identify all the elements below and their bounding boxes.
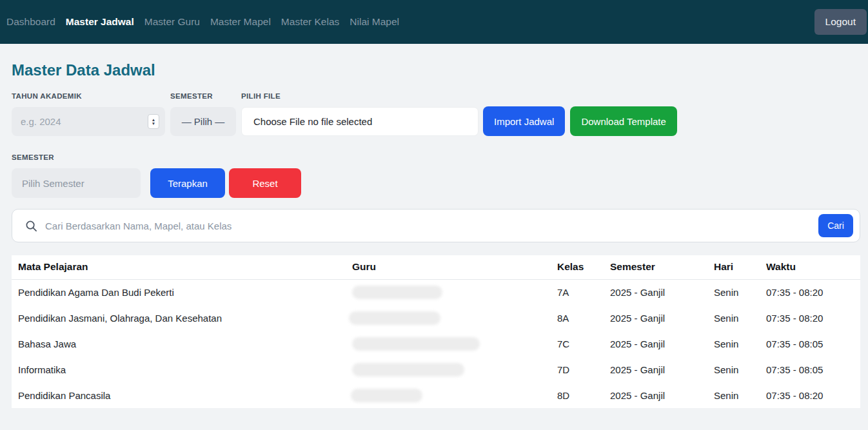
pilih-file-label: PILIH FILE (241, 92, 478, 100)
table-row: Pendidikan Agama Dan Budi Pekerti 7A 202… (12, 279, 860, 305)
cell-mata-pelajaran: Pendidikan Agama Dan Budi Pekerti (12, 279, 346, 305)
cell-waktu: 07:35 - 08:20 (760, 279, 860, 305)
guru-redacted-pill (352, 363, 464, 376)
filter-form: SEMESTER Pilih Semester Terapkan Reset (12, 153, 860, 198)
col-header-waktu: Waktu (760, 255, 860, 279)
tahun-akademik-group: TAHUN AKADEMIK ▲ ▼ (12, 92, 165, 136)
cell-semester: 2025 - Ganjil (604, 279, 707, 305)
cell-hari: Senin (707, 305, 760, 331)
col-header-hari: Hari (707, 255, 760, 279)
main-content: Master Data Jadwal TAHUN AKADEMIK ▲ ▼ SE… (0, 61, 868, 408)
search-bar: Cari (12, 209, 860, 242)
col-header-kelas: Kelas (551, 255, 604, 279)
table-row: Pendidikan Pancasila 8D 2025 - Ganjil Se… (12, 382, 860, 408)
cell-kelas: 7C (551, 331, 604, 357)
stepper-down-icon[interactable]: ▼ (152, 122, 155, 126)
cell-kelas: 8A (551, 305, 604, 331)
cell-waktu: 07:35 - 08:20 (760, 382, 860, 408)
cell-mata-pelajaran: Bahasa Jawa (12, 331, 346, 357)
cell-guru (346, 279, 551, 305)
guru-redacted-pill (351, 389, 422, 402)
guru-redacted-pill (349, 311, 440, 325)
table-row: Bahasa Jawa 7C 2025 - Ganjil Senin 07:35… (12, 331, 860, 357)
import-jadwal-button[interactable]: Import Jadwal (483, 106, 565, 136)
download-template-button[interactable]: Download Template (570, 106, 676, 136)
cell-semester: 2025 - Ganjil (604, 305, 707, 331)
cell-kelas: 8D (551, 382, 604, 408)
cell-semester: 2025 - Ganjil (604, 382, 707, 408)
semester-import-group: SEMESTER — Pilih — (170, 92, 236, 136)
cell-guru (346, 305, 551, 331)
cell-guru (346, 331, 551, 357)
guru-redacted-pill (352, 286, 442, 299)
file-input[interactable]: Choose File no file selected (241, 107, 478, 136)
tahun-akademik-input[interactable] (12, 107, 165, 136)
cari-button[interactable]: Cari (818, 214, 853, 237)
col-header-guru: Guru (346, 255, 551, 279)
nav-item-nilai-mapel[interactable]: Nilai Mapel (350, 16, 399, 28)
cell-waktu: 07:35 - 08:05 (760, 331, 860, 357)
semester-filter-select[interactable]: Pilih Semester (12, 168, 141, 198)
cell-semester: 2025 - Ganjil (604, 357, 707, 382)
table-row: Pendidikan Jasmani, Olahraga, Dan Keseha… (12, 305, 860, 331)
cell-kelas: 7A (551, 279, 604, 305)
cell-kelas: 7D (551, 357, 604, 382)
cell-guru (346, 382, 551, 408)
page-title: Master Data Jadwal (12, 61, 860, 79)
pilih-file-group: PILIH FILE Choose File no file selected (241, 92, 478, 136)
number-stepper-icon[interactable]: ▲ ▼ (148, 114, 159, 129)
reset-button[interactable]: Reset (229, 168, 301, 198)
import-form: TAHUN AKADEMIK ▲ ▼ SEMESTER — Pilih — PI… (12, 92, 860, 136)
search-icon (25, 220, 37, 232)
terapkan-button[interactable]: Terapkan (150, 168, 225, 198)
col-header-semester: Semester (604, 255, 707, 279)
cell-waktu: 07:35 - 08:05 (760, 357, 860, 382)
semester-filter-group: SEMESTER Pilih Semester (12, 153, 141, 198)
cell-hari: Senin (707, 357, 760, 382)
col-header-mata-pelajaran: Mata Pelajaran (12, 255, 346, 279)
tahun-akademik-wrap: ▲ ▼ (12, 107, 165, 136)
navbar: Dashboard Master Jadwal Master Guru Mast… (0, 0, 868, 44)
cell-semester: 2025 - Ganjil (604, 331, 707, 357)
tahun-akademik-label: TAHUN AKADEMIK (12, 92, 165, 100)
cell-hari: Senin (707, 331, 760, 357)
guru-redacted-pill (352, 337, 480, 351)
nav-item-dashboard[interactable]: Dashboard (6, 16, 55, 28)
nav-item-master-jadwal[interactable]: Master Jadwal (66, 16, 134, 28)
jadwal-table-card: Mata Pelajaran Guru Kelas Semester Hari … (12, 255, 860, 408)
nav-item-master-mapel[interactable]: Master Mapel (210, 16, 271, 28)
semester-import-label: SEMESTER (170, 92, 236, 100)
nav-item-master-guru[interactable]: Master Guru (144, 16, 200, 28)
logout-button[interactable]: Logout (814, 9, 867, 35)
search-input[interactable] (45, 210, 860, 242)
cell-guru (346, 357, 551, 382)
jadwal-table: Mata Pelajaran Guru Kelas Semester Hari … (12, 255, 860, 408)
cell-mata-pelajaran: Pendidikan Pancasila (12, 382, 346, 408)
cell-hari: Senin (707, 382, 760, 408)
cell-mata-pelajaran: Informatika (12, 357, 346, 382)
table-row: Informatika 7D 2025 - Ganjil Senin 07:35… (12, 357, 860, 382)
cell-waktu: 07:35 - 08:20 (760, 305, 860, 331)
cell-mata-pelajaran: Pendidikan Jasmani, Olahraga, Dan Keseha… (12, 305, 346, 331)
table-header-row: Mata Pelajaran Guru Kelas Semester Hari … (12, 255, 860, 279)
nav-item-master-kelas[interactable]: Master Kelas (281, 16, 339, 28)
nav-links: Dashboard Master Jadwal Master Guru Mast… (6, 16, 399, 28)
semester-filter-label: SEMESTER (12, 153, 141, 161)
cell-hari: Senin (707, 279, 760, 305)
semester-import-select[interactable]: — Pilih — (170, 107, 236, 136)
